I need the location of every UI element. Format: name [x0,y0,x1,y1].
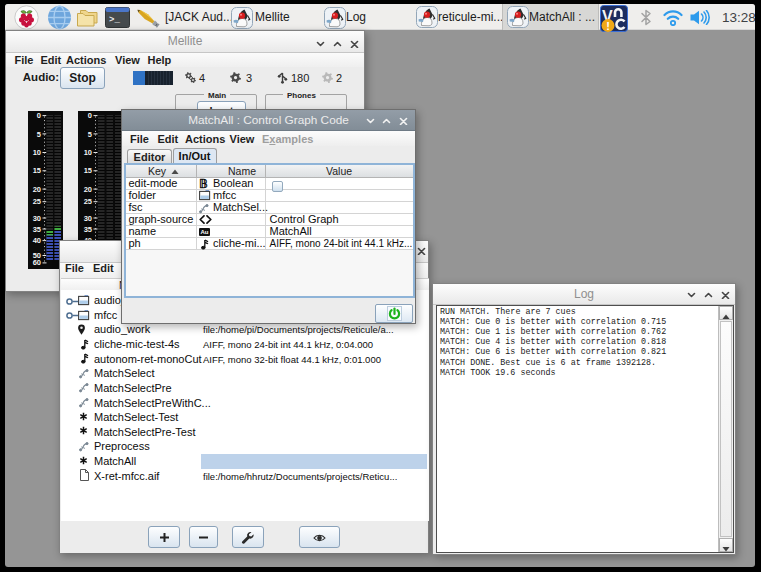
svg-text:!: ! [606,20,610,32]
svg-text:35: 35 [32,225,40,234]
svg-text:15: 15 [83,166,91,175]
svg-text:5: 5 [36,130,40,139]
svg-text:10: 10 [32,148,40,157]
svg-text:30: 30 [32,214,40,223]
svg-text:10: 10 [83,148,91,157]
svg-text:0: 0 [87,111,91,120]
svg-text:25: 25 [32,197,40,206]
svg-text:60: 60 [32,258,40,267]
svg-text:0: 0 [36,111,40,120]
svg-text:35: 35 [83,225,91,234]
svg-text:>_: >_ [109,15,120,25]
svg-text:20: 20 [83,185,91,194]
svg-text:25: 25 [83,197,91,206]
svg-text:15: 15 [32,166,40,175]
svg-text:30: 30 [83,214,91,223]
svg-text:40: 40 [32,236,40,245]
svg-text:5: 5 [87,130,91,139]
svg-text:20: 20 [32,185,40,194]
